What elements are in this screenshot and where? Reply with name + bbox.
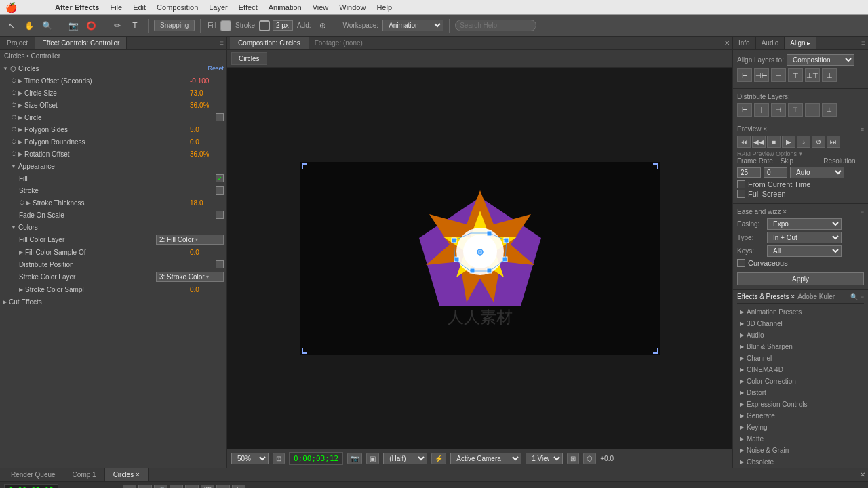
tab-project[interactable]: Project (0, 37, 35, 49)
full-screen-checkbox[interactable] (737, 190, 745, 198)
menu-file[interactable]: File (110, 3, 122, 12)
adobe-kuler-tab[interactable]: Adobe Kuler (797, 293, 835, 300)
tree-cut-effects[interactable]: ▶ Cut Effects (0, 296, 226, 308)
search-input[interactable] (455, 20, 536, 31)
snapshot-btn[interactable]: 📷 (347, 453, 362, 464)
dist-top-btn[interactable]: ⊤ (788, 103, 803, 117)
menu-window[interactable]: Window (339, 3, 366, 12)
dist-hcenter-btn[interactable]: | (754, 103, 769, 117)
ease-panel-menu[interactable]: ≡ (861, 209, 864, 216)
tl-btn-7[interactable]: ⊕ (216, 485, 230, 489)
align-hcenter-btn[interactable]: ⊣⊢ (754, 68, 769, 82)
stroke-color-layer-dropdown[interactable]: 3: Stroke Color ▾ (156, 272, 224, 282)
right-panel-menu[interactable]: ≡ (859, 37, 868, 49)
menu-composition[interactable]: Composition (157, 3, 198, 12)
preview-first-btn[interactable]: ⏮ (737, 136, 751, 148)
effect-cat-animation[interactable]: ▶ Animation Presets (737, 306, 864, 318)
tl-btn-8[interactable]: fx (232, 485, 245, 489)
preview-prev-btn[interactable]: ◀◀ (752, 136, 766, 148)
comp-panel-close[interactable]: ✕ (724, 39, 730, 47)
dist-vcenter-btn[interactable]: — (805, 103, 820, 117)
tab-effect-controls[interactable]: Effect Controls: Controller (35, 37, 127, 49)
stroke-checkbox[interactable] (216, 186, 224, 195)
preview-loop-btn[interactable]: ↺ (812, 136, 825, 148)
easing-select[interactable]: ExpoSineBack (767, 218, 842, 230)
tab-circles-timeline[interactable]: Circles × (105, 468, 149, 481)
effect-cat-expression[interactable]: ▶ Expression Controls (737, 399, 864, 410)
pen-tool[interactable]: ✏ (110, 18, 125, 33)
effect-cat-matte[interactable]: ▶ Matte (737, 433, 864, 445)
align-vcenter-btn[interactable]: ⊥⊤ (805, 68, 820, 82)
preview-stop-btn[interactable]: ■ (767, 136, 781, 148)
effect-cat-generate[interactable]: ▶ Generate (737, 410, 864, 422)
region-of-interest-btn[interactable]: ⊡ (273, 453, 285, 464)
fill-color-layer-dropdown[interactable]: 2: Fill Color ▾ (156, 235, 224, 245)
align-bottom-btn[interactable]: ⊥ (822, 68, 837, 82)
fill-checkbox[interactable]: ✓ (216, 174, 224, 182)
tab-comp1[interactable]: Comp 1 (64, 468, 105, 481)
select-tool[interactable]: ↖ (4, 18, 19, 33)
tree-size-offset[interactable]: ⏱ ▶ Size Offset 36.0% (0, 99, 226, 111)
comp-tab-circles[interactable]: Composition: Circles (230, 37, 309, 49)
tab-align[interactable]: Align ▸ (785, 37, 816, 49)
tree-stroke-color-layer[interactable]: Stroke Color Layer 3: Stroke Color ▾ (0, 270, 226, 283)
menu-effect[interactable]: Effect (239, 3, 258, 12)
effect-cat-noise[interactable]: ▶ Noise & Grain (737, 445, 864, 456)
tree-stroke[interactable]: Stroke (0, 184, 226, 197)
view-select[interactable]: 1 View2 Views (526, 453, 563, 464)
keys-select[interactable]: AllSelected (767, 245, 842, 257)
resolution-select[interactable]: AutoFullHalf (790, 167, 844, 178)
tree-circle[interactable]: ⏱ ▶ Circle (0, 111, 226, 123)
camera-select[interactable]: Active Camera (450, 453, 521, 464)
workspace-select[interactable]: Animation Standard (382, 20, 443, 31)
tree-stroke-thickness[interactable]: ⏱ ▶ Stroke Thickness 18.0 (0, 197, 226, 209)
effects-panel-menu[interactable]: ≡ (861, 293, 864, 300)
tree-circles-group[interactable]: ▼ ⬡ Circles Reset (0, 62, 226, 75)
align-left-btn[interactable]: ⊢ (737, 68, 752, 82)
stroke-color-box[interactable] (259, 20, 270, 31)
distribute-position-checkbox[interactable] (216, 260, 224, 268)
tree-stroke-color-sample[interactable]: ▶ Stroke Color Sampl 0.0 (0, 283, 226, 296)
effect-cat-channel[interactable]: ▶ Channel (737, 352, 864, 364)
align-right-btn[interactable]: ⊣ (771, 68, 786, 82)
add-button[interactable]: ⊕ (315, 18, 330, 33)
effect-cat-obsolete[interactable]: ▶ Obsolete (737, 456, 864, 468)
effects-search-icon[interactable]: 🔍 (850, 293, 858, 300)
zoom-select[interactable]: 50%100%25% (231, 453, 269, 464)
dist-right-btn[interactable]: ⊣ (771, 103, 786, 117)
quality-select[interactable]: (Half)(Full)(Third) (383, 453, 427, 464)
tree-circle-size[interactable]: ⏱ ▶ Circle Size 73.0 (0, 87, 226, 99)
snapping-button[interactable]: Snapping (154, 20, 195, 31)
type-select[interactable]: In + OutInOut (767, 232, 842, 243)
grid-btn[interactable]: ⊞ (567, 453, 579, 464)
preview-audio-btn[interactable]: ♪ (797, 136, 810, 148)
menu-layer[interactable]: Layer (209, 3, 228, 12)
show-channel-btn[interactable]: ▣ (366, 453, 379, 464)
tree-appearance-group[interactable]: ▼ Appearance (0, 160, 226, 172)
tl-btn-3[interactable]: 🔊 (154, 485, 167, 489)
tree-fade-on-scale[interactable]: Fade On Scale (0, 209, 226, 221)
panel-menu[interactable]: ≡ (217, 37, 226, 49)
timeline-timecode[interactable]: 0;00;03;12 (4, 484, 58, 488)
tree-fill[interactable]: Fill ✓ (0, 172, 226, 184)
effects-presets-tab[interactable]: Effects & Presets × (737, 293, 795, 300)
tab-info[interactable]: Info (733, 37, 756, 49)
stroke-width-input[interactable] (273, 20, 293, 30)
fill-color-box[interactable] (220, 20, 231, 31)
tl-btn-4[interactable]: ◈ (170, 485, 183, 489)
circle-checkbox[interactable] (216, 113, 224, 121)
timeline-close-btn[interactable]: ✕ (860, 471, 865, 479)
dist-bottom-btn[interactable]: ⊥ (822, 103, 837, 117)
effect-cat-cinema4d[interactable]: ▶ CINEMA 4D (737, 364, 864, 375)
menu-view[interactable]: View (313, 3, 329, 12)
circles-inner-tab[interactable]: Circles (231, 52, 267, 65)
effect-cat-color[interactable]: ▶ Color Correction (737, 375, 864, 387)
tree-time-offset[interactable]: ⏱ ▶ Time Offset (Seconds) -0.100 (0, 75, 226, 87)
tl-btn-2[interactable]: ⊞ (138, 485, 152, 489)
fade-on-scale-checkbox[interactable] (216, 211, 224, 219)
tl-btn-5[interactable]: ⧉ (185, 485, 199, 489)
curvaceous-checkbox[interactable] (737, 259, 745, 267)
effect-cat-keying[interactable]: ▶ Keying (737, 422, 864, 433)
align-top-btn[interactable]: ⊤ (788, 68, 803, 82)
menu-animation[interactable]: Animation (269, 3, 302, 12)
